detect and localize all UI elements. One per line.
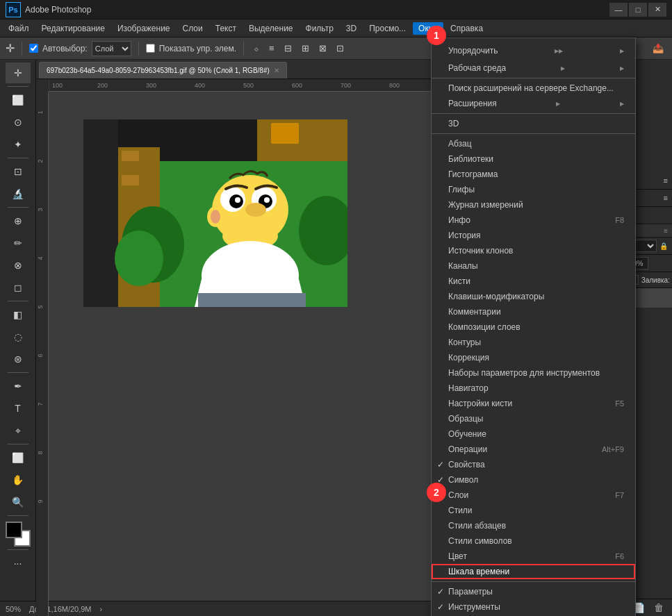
menu-glyphs[interactable]: Глифы bbox=[432, 182, 635, 197]
color-selector[interactable] bbox=[6, 522, 31, 547]
menu-libraries[interactable]: Библиотеки bbox=[432, 151, 635, 167]
menu-brush-settings[interactable]: Настройки кисти F5 bbox=[432, 396, 635, 411]
menu-actions[interactable]: Операции Alt+F9 bbox=[432, 442, 635, 457]
menu-text[interactable]: Текст bbox=[210, 22, 242, 35]
menu-contours[interactable]: Контуры bbox=[432, 335, 635, 350]
menu-measurements-label: Журнал измерений bbox=[448, 200, 523, 210]
gradient-tool[interactable]: ◧ bbox=[6, 304, 31, 325]
svg-point-34 bbox=[264, 197, 270, 203]
dodge-tool[interactable]: ⊛ bbox=[6, 349, 31, 369]
eyedropper-tool[interactable]: 🔬 bbox=[6, 183, 31, 204]
close-button[interactable]: ✕ bbox=[648, 3, 666, 17]
menu-3d[interactable]: 3D bbox=[341, 22, 362, 35]
eraser-tool[interactable]: ◻ bbox=[6, 277, 31, 298]
foreground-color[interactable] bbox=[6, 522, 22, 538]
menu-channels[interactable]: Каналы bbox=[432, 258, 635, 274]
menu-properties[interactable]: Свойства bbox=[432, 457, 635, 472]
move-icon[interactable]: ✛ bbox=[6, 42, 15, 55]
menu-workspace[interactable]: Рабочая среда ▶ bbox=[432, 60, 635, 76]
menu-instruments-label: Инструменты bbox=[448, 602, 500, 612]
crop-tool[interactable]: ⊡ bbox=[6, 161, 31, 182]
menu-learning-label: Обучение bbox=[448, 429, 486, 439]
hand-tool[interactable]: ✋ bbox=[6, 469, 31, 490]
menu-clone-source[interactable]: Источник клонов bbox=[432, 243, 635, 258]
menu-help[interactable]: Справка bbox=[445, 22, 489, 35]
menu-comments[interactable]: Комментарии bbox=[432, 304, 635, 319]
marquee-tool[interactable]: ⬜ bbox=[6, 90, 31, 110]
menu-extensions-server[interactable]: Поиск расширений на сервере Exchange... bbox=[432, 81, 635, 96]
minimize-button[interactable]: — bbox=[609, 3, 628, 17]
autoselect-checkbox[interactable] bbox=[29, 44, 38, 53]
menu-timeline[interactable]: Шкала времени bbox=[432, 564, 635, 579]
menu-3d[interactable]: 3D bbox=[432, 116, 635, 131]
shape-tool[interactable]: ⬜ bbox=[6, 447, 31, 468]
svg-point-42 bbox=[115, 231, 163, 286]
show-controls-checkbox[interactable] bbox=[146, 44, 155, 53]
lasso-tool[interactable]: ⊙ bbox=[6, 112, 31, 133]
tool-sep-8 bbox=[8, 549, 28, 550]
text-tool[interactable]: T bbox=[6, 398, 31, 419]
tab-close-btn[interactable]: ✕ bbox=[274, 67, 279, 74]
heal-tool[interactable]: ⊕ bbox=[6, 210, 31, 231]
menu-info[interactable]: Инфо F8 bbox=[432, 213, 635, 228]
menu-select[interactable]: Выделение bbox=[243, 22, 299, 35]
menu-layers[interactable]: Слои bbox=[177, 22, 208, 35]
menu-measurements[interactable]: Журнал измерений bbox=[432, 197, 635, 213]
share-btn[interactable]: 📤 bbox=[650, 42, 666, 55]
svg-point-28 bbox=[211, 210, 220, 224]
menu-timeline-label: Шкала времени bbox=[448, 567, 509, 576]
magic-wand-tool[interactable]: ✦ bbox=[6, 134, 31, 155]
menu-instruments[interactable]: Инструменты bbox=[432, 599, 635, 615]
menu-view[interactable]: Просмо... bbox=[363, 22, 411, 35]
layers-lock-icon[interactable]: 🔒 bbox=[659, 242, 668, 250]
clone-tool[interactable]: ⊗ bbox=[6, 255, 31, 276]
active-tab[interactable]: 697b023b-64a5-49a0-8059-27b963453fb1.gif… bbox=[39, 62, 287, 78]
menu-params[interactable]: Параметры bbox=[432, 584, 635, 599]
menu-navigator[interactable]: Навигатор bbox=[432, 381, 635, 396]
align-left-btn[interactable]: ⬦ bbox=[251, 42, 262, 55]
menu-abzac[interactable]: Абзац bbox=[432, 136, 635, 151]
panel-menu-sw[interactable]: ≡ bbox=[664, 194, 668, 202]
align-middle-btn[interactable]: ⊠ bbox=[316, 42, 329, 55]
align-center-btn[interactable]: ≡ bbox=[266, 42, 277, 55]
delete-layer-btn[interactable]: 🗑 bbox=[654, 602, 664, 613]
menu-image[interactable]: Изображение bbox=[112, 22, 176, 35]
brush-tool[interactable]: ✏ bbox=[6, 233, 31, 253]
align-bottom-btn[interactable]: ⊡ bbox=[334, 42, 347, 55]
menu-edit[interactable]: Редактирование bbox=[36, 22, 110, 35]
align-right-btn[interactable]: ⊟ bbox=[281, 42, 295, 55]
menu-comp-layers[interactable]: Композиции слоев bbox=[432, 319, 635, 335]
menu-learning[interactable]: Обучение bbox=[432, 426, 635, 442]
menu-tool-presets[interactable]: Наборы параметров для инструментов bbox=[432, 365, 635, 381]
menu-correction[interactable]: Коррекция bbox=[432, 350, 635, 365]
ruler-vertical: 1 2 3 4 5 6 7 8 9 bbox=[36, 92, 49, 616]
blur-tool[interactable]: ◌ bbox=[6, 326, 31, 347]
menu-contours-label: Контуры bbox=[448, 338, 481, 347]
menu-modifier-keys[interactable]: Клавиши-модификаторы bbox=[432, 289, 635, 304]
align-top-btn[interactable]: ⊞ bbox=[299, 42, 312, 55]
menu-samples[interactable]: Образцы bbox=[432, 411, 635, 426]
menu-filter[interactable]: Фильтр bbox=[300, 22, 339, 35]
extras-tool[interactable]: ··· bbox=[6, 553, 31, 574]
menu-arrange[interactable]: Упорядочить ▶ bbox=[432, 41, 635, 60]
layers-menu-icon[interactable]: ≡ bbox=[664, 227, 668, 235]
autoselect-dropdown[interactable]: Слой Группа bbox=[92, 41, 131, 56]
menu-layer-list[interactable]: Слои F7 bbox=[432, 488, 635, 503]
menu-symbol[interactable]: Символ bbox=[432, 472, 635, 488]
menu-histogram[interactable]: Гистограмма bbox=[432, 167, 635, 182]
menu-history[interactable]: История bbox=[432, 228, 635, 243]
menu-color[interactable]: Цвет F6 bbox=[432, 549, 635, 564]
selection-tool[interactable]: ⌖ bbox=[6, 420, 31, 441]
panel-menu-icon[interactable]: ≡ bbox=[664, 176, 668, 185]
menu-para-styles[interactable]: Стили абзацев bbox=[432, 518, 635, 533]
menu-brushes[interactable]: Кисти bbox=[432, 274, 635, 289]
maximize-button[interactable]: □ bbox=[629, 3, 647, 17]
menu-file[interactable]: Файл bbox=[3, 22, 35, 35]
menu-extensions[interactable]: Расширения ▶ bbox=[432, 96, 635, 111]
pen-tool[interactable]: ✒ bbox=[6, 376, 31, 397]
menu-styles[interactable]: Стили bbox=[432, 503, 635, 518]
move-tool[interactable]: ✛ bbox=[6, 63, 31, 83]
zoom-tool[interactable]: 🔍 bbox=[6, 492, 31, 513]
menu-char-styles[interactable]: Стили символов bbox=[432, 533, 635, 549]
svg-text:7: 7 bbox=[37, 402, 44, 406]
